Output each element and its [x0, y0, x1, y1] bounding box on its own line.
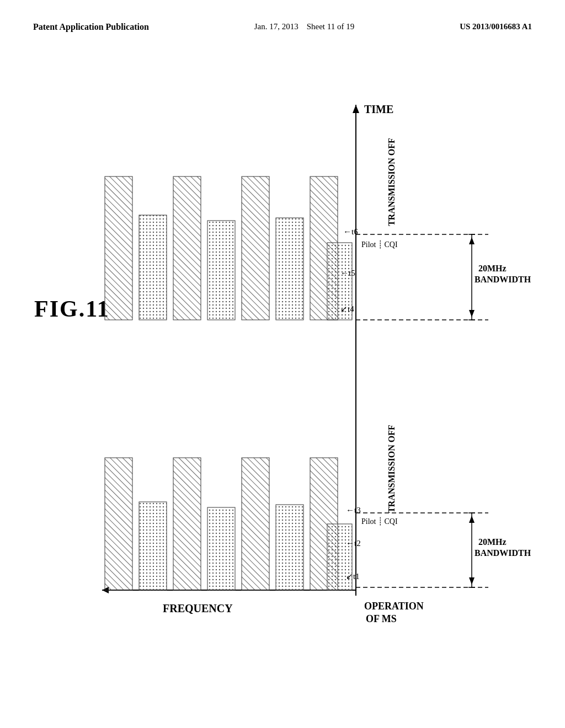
svg-rect-6	[105, 458, 132, 590]
svg-rect-8	[173, 458, 201, 590]
svg-rect-25	[242, 176, 269, 320]
svg-marker-35	[469, 310, 475, 317]
transmission-off-bottom: TRANSMISSION OFF	[387, 425, 396, 513]
svg-marker-20	[469, 577, 475, 585]
svg-rect-10	[242, 458, 269, 590]
svg-marker-34	[469, 237, 475, 244]
page-header: Patent Application Publication Jan. 17, …	[0, 0, 565, 43]
t5-label: ←t5	[340, 269, 355, 277]
date-label: Jan. 17, 2013	[254, 22, 299, 31]
bandwidth-label-bottom-1: 20MHz	[478, 537, 507, 547]
transmission-off-top: TRANSMISSION OFF	[387, 138, 396, 226]
diagram-svg: TIME FREQUENCY OPERATION OF MS ↙t1 ←t2 ←…	[86, 72, 538, 684]
svg-rect-21	[105, 176, 132, 320]
svg-rect-23	[173, 176, 201, 320]
svg-marker-19	[469, 516, 475, 523]
patent-number: US 2013/0016683 A1	[460, 22, 532, 31]
svg-rect-22	[139, 215, 167, 320]
header-center: Jan. 17, 2013 Sheet 11 of 19	[254, 22, 355, 31]
sheet-label: Sheet 11 of 19	[307, 22, 355, 31]
time-label: TIME	[364, 103, 393, 115]
t2-label: ←t2	[346, 539, 361, 548]
pilot-cqi-bottom: Pilot ┊ CQI	[361, 517, 398, 526]
svg-rect-7	[139, 502, 167, 590]
bandwidth-label-top-2: BANDWIDTH	[475, 275, 531, 284]
pilot-cqi-top: Pilot ┊ CQI	[361, 240, 398, 249]
frequency-label: FREQUENCY	[163, 602, 233, 614]
svg-rect-11	[276, 505, 303, 590]
svg-rect-26	[276, 218, 303, 320]
publication-label: Patent Application Publication	[33, 22, 149, 32]
t1-label: ↙t1	[346, 572, 360, 581]
bandwidth-label-top-1: 20MHz	[478, 264, 507, 273]
t4-label: ↙t4	[340, 304, 354, 313]
svg-marker-5	[353, 105, 359, 113]
operation-label-2: OF MS	[366, 613, 397, 624]
bandwidth-label-bottom-2: BANDWIDTH	[475, 548, 531, 558]
svg-rect-9	[207, 507, 235, 590]
operation-label-1: OPERATION	[364, 601, 424, 612]
svg-rect-24	[207, 221, 235, 320]
